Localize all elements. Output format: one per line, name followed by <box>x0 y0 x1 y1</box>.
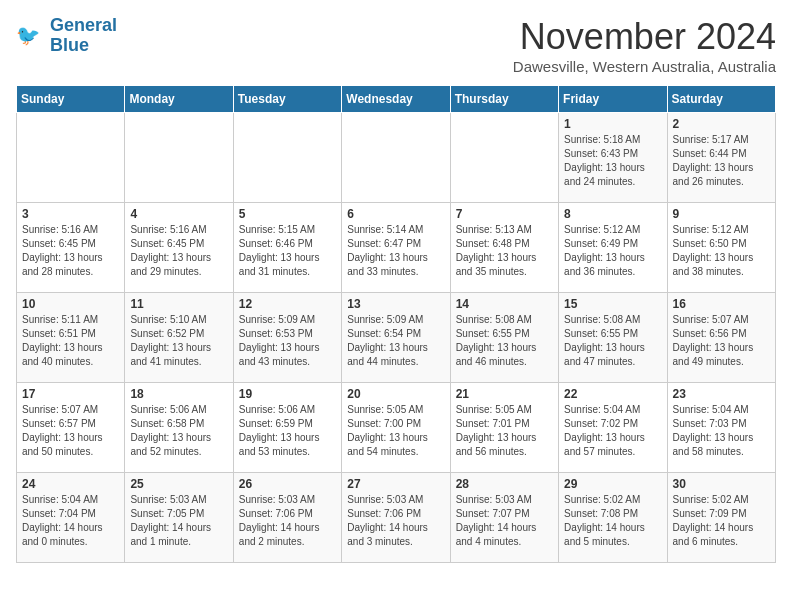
calendar-cell: 1Sunrise: 5:18 AM Sunset: 6:43 PM Daylig… <box>559 113 667 203</box>
day-number: 15 <box>564 297 661 311</box>
day-number: 8 <box>564 207 661 221</box>
calendar-cell: 22Sunrise: 5:04 AM Sunset: 7:02 PM Dayli… <box>559 383 667 473</box>
day-info: Sunrise: 5:03 AM Sunset: 7:05 PM Dayligh… <box>130 493 227 549</box>
calendar-cell <box>342 113 450 203</box>
calendar-cell <box>233 113 341 203</box>
day-info: Sunrise: 5:12 AM Sunset: 6:49 PM Dayligh… <box>564 223 661 279</box>
day-number: 19 <box>239 387 336 401</box>
day-info: Sunrise: 5:09 AM Sunset: 6:54 PM Dayligh… <box>347 313 444 369</box>
day-number: 17 <box>22 387 119 401</box>
calendar-week-5: 24Sunrise: 5:04 AM Sunset: 7:04 PM Dayli… <box>17 473 776 563</box>
calendar-cell: 6Sunrise: 5:14 AM Sunset: 6:47 PM Daylig… <box>342 203 450 293</box>
day-info: Sunrise: 5:03 AM Sunset: 7:06 PM Dayligh… <box>239 493 336 549</box>
day-number: 11 <box>130 297 227 311</box>
day-number: 28 <box>456 477 553 491</box>
calendar-cell: 13Sunrise: 5:09 AM Sunset: 6:54 PM Dayli… <box>342 293 450 383</box>
day-header-saturday: Saturday <box>667 86 775 113</box>
day-info: Sunrise: 5:16 AM Sunset: 6:45 PM Dayligh… <box>22 223 119 279</box>
day-number: 24 <box>22 477 119 491</box>
day-header-tuesday: Tuesday <box>233 86 341 113</box>
day-number: 16 <box>673 297 770 311</box>
day-number: 5 <box>239 207 336 221</box>
day-info: Sunrise: 5:10 AM Sunset: 6:52 PM Dayligh… <box>130 313 227 369</box>
header: 🐦 General Blue November 2024 Dawesville,… <box>16 16 776 75</box>
day-number: 14 <box>456 297 553 311</box>
header-row: SundayMondayTuesdayWednesdayThursdayFrid… <box>17 86 776 113</box>
day-info: Sunrise: 5:07 AM Sunset: 6:56 PM Dayligh… <box>673 313 770 369</box>
calendar-cell: 3Sunrise: 5:16 AM Sunset: 6:45 PM Daylig… <box>17 203 125 293</box>
logo: 🐦 General Blue <box>16 16 117 56</box>
day-info: Sunrise: 5:05 AM Sunset: 7:01 PM Dayligh… <box>456 403 553 459</box>
calendar-cell: 19Sunrise: 5:06 AM Sunset: 6:59 PM Dayli… <box>233 383 341 473</box>
day-number: 30 <box>673 477 770 491</box>
day-number: 3 <box>22 207 119 221</box>
calendar-cell: 16Sunrise: 5:07 AM Sunset: 6:56 PM Dayli… <box>667 293 775 383</box>
day-number: 9 <box>673 207 770 221</box>
calendar-cell: 30Sunrise: 5:02 AM Sunset: 7:09 PM Dayli… <box>667 473 775 563</box>
day-info: Sunrise: 5:07 AM Sunset: 6:57 PM Dayligh… <box>22 403 119 459</box>
month-title: November 2024 <box>513 16 776 58</box>
day-info: Sunrise: 5:13 AM Sunset: 6:48 PM Dayligh… <box>456 223 553 279</box>
day-info: Sunrise: 5:15 AM Sunset: 6:46 PM Dayligh… <box>239 223 336 279</box>
calendar-week-2: 3Sunrise: 5:16 AM Sunset: 6:45 PM Daylig… <box>17 203 776 293</box>
calendar-cell: 4Sunrise: 5:16 AM Sunset: 6:45 PM Daylig… <box>125 203 233 293</box>
calendar-cell: 18Sunrise: 5:06 AM Sunset: 6:58 PM Dayli… <box>125 383 233 473</box>
day-info: Sunrise: 5:17 AM Sunset: 6:44 PM Dayligh… <box>673 133 770 189</box>
day-info: Sunrise: 5:06 AM Sunset: 6:59 PM Dayligh… <box>239 403 336 459</box>
day-header-friday: Friday <box>559 86 667 113</box>
logo-icon: 🐦 <box>16 21 46 51</box>
day-number: 23 <box>673 387 770 401</box>
day-number: 21 <box>456 387 553 401</box>
location-subtitle: Dawesville, Western Australia, Australia <box>513 58 776 75</box>
day-number: 7 <box>456 207 553 221</box>
calendar-week-3: 10Sunrise: 5:11 AM Sunset: 6:51 PM Dayli… <box>17 293 776 383</box>
day-number: 12 <box>239 297 336 311</box>
day-info: Sunrise: 5:04 AM Sunset: 7:02 PM Dayligh… <box>564 403 661 459</box>
day-number: 26 <box>239 477 336 491</box>
day-info: Sunrise: 5:16 AM Sunset: 6:45 PM Dayligh… <box>130 223 227 279</box>
calendar-cell <box>450 113 558 203</box>
day-info: Sunrise: 5:02 AM Sunset: 7:09 PM Dayligh… <box>673 493 770 549</box>
day-number: 2 <box>673 117 770 131</box>
calendar-cell: 28Sunrise: 5:03 AM Sunset: 7:07 PM Dayli… <box>450 473 558 563</box>
day-info: Sunrise: 5:08 AM Sunset: 6:55 PM Dayligh… <box>564 313 661 369</box>
calendar-cell: 11Sunrise: 5:10 AM Sunset: 6:52 PM Dayli… <box>125 293 233 383</box>
calendar-week-1: 1Sunrise: 5:18 AM Sunset: 6:43 PM Daylig… <box>17 113 776 203</box>
day-header-thursday: Thursday <box>450 86 558 113</box>
calendar-cell: 8Sunrise: 5:12 AM Sunset: 6:49 PM Daylig… <box>559 203 667 293</box>
calendar-cell: 12Sunrise: 5:09 AM Sunset: 6:53 PM Dayli… <box>233 293 341 383</box>
calendar-cell: 27Sunrise: 5:03 AM Sunset: 7:06 PM Dayli… <box>342 473 450 563</box>
calendar-cell: 17Sunrise: 5:07 AM Sunset: 6:57 PM Dayli… <box>17 383 125 473</box>
logo-line1: General <box>50 15 117 35</box>
day-number: 25 <box>130 477 227 491</box>
calendar-cell: 29Sunrise: 5:02 AM Sunset: 7:08 PM Dayli… <box>559 473 667 563</box>
calendar-cell: 9Sunrise: 5:12 AM Sunset: 6:50 PM Daylig… <box>667 203 775 293</box>
calendar-week-4: 17Sunrise: 5:07 AM Sunset: 6:57 PM Dayli… <box>17 383 776 473</box>
day-number: 10 <box>22 297 119 311</box>
calendar-cell: 14Sunrise: 5:08 AM Sunset: 6:55 PM Dayli… <box>450 293 558 383</box>
day-info: Sunrise: 5:06 AM Sunset: 6:58 PM Dayligh… <box>130 403 227 459</box>
title-area: November 2024 Dawesville, Western Austra… <box>513 16 776 75</box>
day-header-sunday: Sunday <box>17 86 125 113</box>
day-info: Sunrise: 5:18 AM Sunset: 6:43 PM Dayligh… <box>564 133 661 189</box>
day-info: Sunrise: 5:12 AM Sunset: 6:50 PM Dayligh… <box>673 223 770 279</box>
calendar-cell <box>125 113 233 203</box>
calendar-cell: 10Sunrise: 5:11 AM Sunset: 6:51 PM Dayli… <box>17 293 125 383</box>
calendar-table: SundayMondayTuesdayWednesdayThursdayFrid… <box>16 85 776 563</box>
calendar-cell: 25Sunrise: 5:03 AM Sunset: 7:05 PM Dayli… <box>125 473 233 563</box>
day-number: 4 <box>130 207 227 221</box>
day-number: 22 <box>564 387 661 401</box>
calendar-cell <box>17 113 125 203</box>
calendar-cell: 5Sunrise: 5:15 AM Sunset: 6:46 PM Daylig… <box>233 203 341 293</box>
calendar-cell: 7Sunrise: 5:13 AM Sunset: 6:48 PM Daylig… <box>450 203 558 293</box>
calendar-cell: 20Sunrise: 5:05 AM Sunset: 7:00 PM Dayli… <box>342 383 450 473</box>
day-number: 27 <box>347 477 444 491</box>
day-header-monday: Monday <box>125 86 233 113</box>
logo-text: General Blue <box>50 16 117 56</box>
day-info: Sunrise: 5:04 AM Sunset: 7:03 PM Dayligh… <box>673 403 770 459</box>
day-info: Sunrise: 5:14 AM Sunset: 6:47 PM Dayligh… <box>347 223 444 279</box>
calendar-cell: 24Sunrise: 5:04 AM Sunset: 7:04 PM Dayli… <box>17 473 125 563</box>
day-info: Sunrise: 5:04 AM Sunset: 7:04 PM Dayligh… <box>22 493 119 549</box>
day-number: 1 <box>564 117 661 131</box>
svg-text:🐦: 🐦 <box>16 23 41 47</box>
